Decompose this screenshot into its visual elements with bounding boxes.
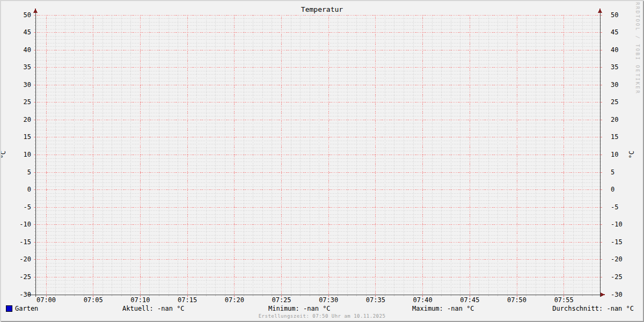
y-tick-label-left: 50 xyxy=(11,12,31,19)
y-tick-label-right: 45 xyxy=(611,29,634,36)
y-tick-label-right: -10 xyxy=(611,221,634,228)
stat-durchschnitt: Durchschnitt: -nan °C xyxy=(552,305,634,312)
legend-series-label: Garten xyxy=(15,305,38,312)
stat-maximum: Maximum: -nan °C xyxy=(412,305,474,312)
y-tick-label-right: 40 xyxy=(611,47,634,54)
y-tick-label-left: 0 xyxy=(11,186,31,193)
y-tick-label-left: 20 xyxy=(11,116,31,123)
x-tick-label: 07:00 xyxy=(29,297,63,304)
x-tick-label: 07:45 xyxy=(452,297,487,304)
y-tick-label-left: -5 xyxy=(11,204,31,211)
chart-grid-canvas xyxy=(0,0,644,322)
y-tick-label-right: -20 xyxy=(611,256,634,263)
y-tick-label-right: 25 xyxy=(611,99,634,106)
y-tick-label-left: 35 xyxy=(11,64,31,71)
y-tick-label-right: 20 xyxy=(611,116,634,123)
y-axis-unit-left: °C xyxy=(0,151,6,158)
x-tick-label: 07:30 xyxy=(311,297,346,304)
x-tick-label: 07:35 xyxy=(358,297,393,304)
y-tick-label-left: 45 xyxy=(11,29,31,36)
x-tick-label: 07:55 xyxy=(547,297,581,304)
y-axis-unit-right: °C xyxy=(628,151,635,158)
x-tick-label: 07:15 xyxy=(170,297,204,304)
y-tick-label-right: -15 xyxy=(611,239,634,246)
legend-stats-row: Garten Aktuell: -nan °C Minimum: -nan °C… xyxy=(0,305,644,312)
y-tick-label-right: 0 xyxy=(611,186,634,193)
x-tick-label: 07:25 xyxy=(265,297,299,304)
y-tick-label-right: -5 xyxy=(611,204,634,211)
y-tick-label-left: 15 xyxy=(11,134,31,141)
y-tick-label-left: -20 xyxy=(11,256,31,263)
y-tick-label-left: 40 xyxy=(11,47,31,54)
x-tick-label: 07:10 xyxy=(123,297,157,304)
x-tick-label: 07:40 xyxy=(406,297,440,304)
y-tick-label-right: 5 xyxy=(611,169,634,176)
y-tick-label-left: 5 xyxy=(11,169,31,176)
y-tick-label-left: -30 xyxy=(11,291,31,298)
y-tick-label-right: -30 xyxy=(611,291,634,298)
y-tick-label-right: 50 xyxy=(611,12,634,19)
y-tick-label-right: 35 xyxy=(611,64,634,71)
y-tick-label-right: 15 xyxy=(611,134,634,141)
stat-minimum: Minimum: -nan °C xyxy=(268,305,331,312)
y-tick-label-left: -10 xyxy=(11,221,31,228)
rrdtool-watermark: RRDTOOL / TOBI OETIKER xyxy=(635,2,640,94)
y-tick-label-left: -15 xyxy=(11,239,31,246)
y-tick-label-right: -25 xyxy=(611,274,634,281)
creation-time-note: Erstellungszeit: 07:50 Uhr am 10.11.2025 xyxy=(0,313,644,319)
x-tick-label: 07:20 xyxy=(217,297,252,304)
y-tick-label-right: 30 xyxy=(611,82,634,89)
x-tick-label: 07:50 xyxy=(500,297,534,304)
y-tick-label-left: 30 xyxy=(11,82,31,89)
y-tick-label-left: 10 xyxy=(11,151,31,158)
legend-color-swatch xyxy=(6,305,12,312)
x-tick-label: 07:05 xyxy=(76,297,111,304)
y-tick-label-left: 25 xyxy=(11,99,31,106)
y-tick-label-left: -25 xyxy=(11,274,31,281)
stat-aktuell: Aktuell: -nan °C xyxy=(122,305,185,312)
